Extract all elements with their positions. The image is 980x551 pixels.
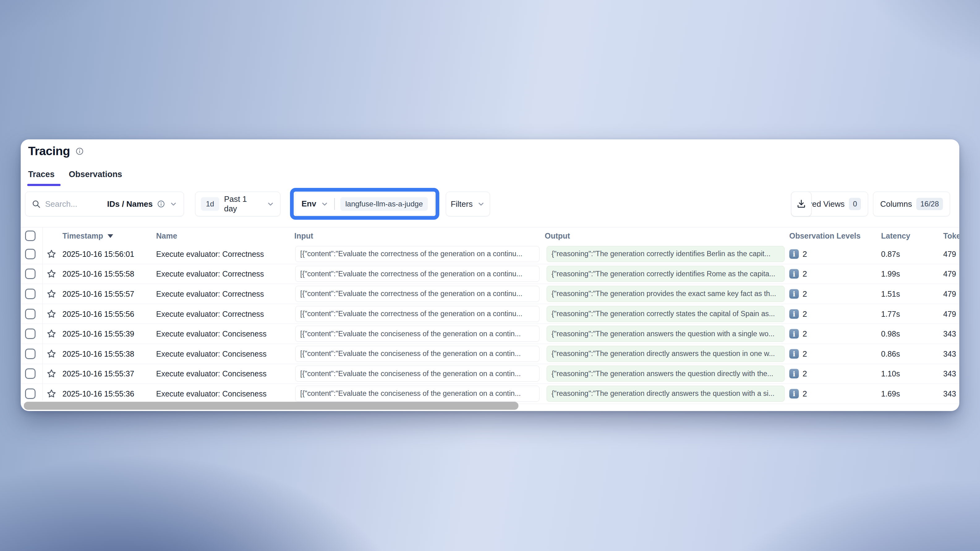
header-latency: Latency bbox=[881, 231, 910, 240]
chevron-down-icon bbox=[169, 200, 177, 208]
row-observation-levels: i 2 bbox=[789, 349, 807, 359]
sort-desc-icon bbox=[108, 234, 113, 238]
row-checkbox[interactable] bbox=[25, 368, 35, 379]
search-scope-label[interactable]: IDs / Names bbox=[107, 199, 153, 209]
row-observation-levels: i 2 bbox=[789, 369, 807, 379]
info-icon[interactable] bbox=[75, 147, 84, 156]
row-output-cell: {"reasoning":"The generation directly an… bbox=[547, 386, 784, 402]
row-input-cell: [{"content":"Evaluate the correctness of… bbox=[295, 286, 539, 302]
search-input[interactable]: Search... IDs / Names bbox=[25, 192, 184, 216]
row-timestamp: 2025-10-16 15:55:58 bbox=[62, 270, 134, 278]
row-input-cell: [{"content":"Evaluate the conciseness of… bbox=[295, 365, 539, 382]
env-filter-highlight: Env langfuse-llm-as-a-judge bbox=[290, 188, 439, 220]
table-row[interactable]: 2025-10-16 15:56:01 Execute evaluator: C… bbox=[21, 244, 959, 264]
row-input-cell: [{"content":"Evaluate the correctness of… bbox=[295, 246, 539, 262]
row-latency: 1.99s bbox=[881, 270, 900, 278]
page-title: Tracing bbox=[28, 144, 70, 158]
info-square-icon: i bbox=[789, 289, 799, 299]
star-icon[interactable] bbox=[46, 389, 57, 399]
row-observation-levels: i 2 bbox=[789, 329, 807, 339]
row-name: Execute evaluator: Correctness bbox=[156, 289, 264, 298]
info-square-icon: i bbox=[789, 369, 799, 379]
row-output-cell: {"reasoning":"The generation correctly i… bbox=[547, 246, 784, 262]
row-name: Execute evaluator: Correctness bbox=[156, 270, 264, 278]
chevron-down-icon bbox=[321, 200, 329, 208]
row-timestamp: 2025-10-16 15:56:01 bbox=[62, 249, 134, 258]
saved-views-count: 0 bbox=[849, 198, 861, 210]
star-icon[interactable] bbox=[46, 269, 57, 279]
row-input-cell: [{"content":"Evaluate the conciseness of… bbox=[295, 346, 539, 362]
horizontal-scrollbar-thumb[interactable] bbox=[24, 402, 519, 410]
row-checkbox[interactable] bbox=[25, 389, 35, 399]
star-icon[interactable] bbox=[46, 349, 57, 359]
env-filter-button[interactable]: Env langfuse-llm-as-a-judge bbox=[294, 192, 435, 216]
star-icon[interactable] bbox=[46, 329, 57, 339]
star-icon[interactable] bbox=[46, 309, 57, 319]
columns-label: Columns bbox=[880, 199, 912, 209]
header-output: Output bbox=[545, 231, 570, 240]
info-square-icon: i bbox=[789, 249, 799, 259]
active-tab-indicator bbox=[27, 184, 60, 186]
table-row[interactable]: 2025-10-16 15:55:56 Execute evaluator: C… bbox=[21, 304, 959, 324]
header-observation-levels: Observation Levels bbox=[789, 231, 861, 240]
time-range-label: Past 1 day bbox=[224, 194, 261, 214]
table-row[interactable]: 2025-10-16 15:55:57 Execute evaluator: C… bbox=[21, 284, 959, 304]
table-row[interactable]: 2025-10-16 15:55:39 Execute evaluator: C… bbox=[21, 324, 959, 344]
row-tokens: 479 → bbox=[943, 270, 959, 278]
row-checkbox[interactable] bbox=[25, 309, 35, 319]
search-placeholder: Search... bbox=[45, 199, 103, 209]
chevron-down-icon bbox=[266, 200, 275, 208]
download-icon bbox=[796, 199, 807, 209]
row-tokens: 343 → bbox=[943, 389, 959, 398]
row-name: Execute evaluator: Correctness bbox=[156, 249, 264, 258]
tab-observations[interactable]: Observations bbox=[69, 170, 123, 186]
row-checkbox[interactable] bbox=[25, 268, 35, 279]
row-observation-levels: i 2 bbox=[789, 309, 807, 319]
env-value-badge: langfuse-llm-as-a-judge bbox=[340, 197, 428, 211]
filters-label: Filters bbox=[451, 199, 473, 209]
row-name: Execute evaluator: Conciseness bbox=[156, 369, 266, 378]
row-output-cell: {"reasoning":"The generation correctly s… bbox=[547, 306, 784, 322]
columns-button[interactable]: Columns 16/28 bbox=[873, 192, 950, 216]
row-checkbox[interactable] bbox=[25, 289, 35, 299]
row-input-cell: [{"content":"Evaluate the conciseness of… bbox=[295, 386, 539, 402]
row-tokens: 479 → bbox=[943, 309, 959, 318]
filters-button[interactable]: Filters bbox=[446, 192, 490, 216]
search-icon bbox=[32, 199, 41, 209]
row-observation-levels: i 2 bbox=[789, 289, 807, 299]
header-timestamp[interactable]: Timestamp bbox=[62, 231, 113, 240]
row-name: Execute evaluator: Correctness bbox=[156, 309, 264, 318]
star-icon[interactable] bbox=[46, 369, 57, 379]
row-checkbox[interactable] bbox=[25, 329, 35, 339]
row-timestamp: 2025-10-16 15:55:57 bbox=[62, 289, 134, 298]
row-checkbox[interactable] bbox=[25, 349, 35, 359]
row-latency: 1.51s bbox=[881, 289, 900, 298]
row-observation-levels: i 2 bbox=[789, 249, 807, 259]
chevron-down-icon bbox=[477, 200, 485, 208]
scope-info-icon[interactable] bbox=[157, 200, 165, 208]
row-tokens: 479 → bbox=[943, 289, 959, 298]
row-latency: 0.87s bbox=[881, 249, 900, 258]
table-body: 2025-10-16 15:56:01 Execute evaluator: C… bbox=[21, 244, 959, 404]
header-input: Input bbox=[294, 231, 313, 240]
time-range-button[interactable]: 1d Past 1 day bbox=[195, 192, 280, 216]
row-latency: 0.98s bbox=[881, 329, 900, 338]
row-observation-levels: i 2 bbox=[789, 389, 807, 399]
export-button[interactable] bbox=[791, 192, 811, 216]
star-icon[interactable] bbox=[46, 249, 57, 259]
table-row[interactable]: 2025-10-16 15:55:38 Execute evaluator: C… bbox=[21, 344, 959, 364]
select-all-checkbox[interactable] bbox=[25, 230, 35, 241]
table-row[interactable]: 2025-10-16 15:55:36 Execute evaluator: C… bbox=[21, 384, 959, 404]
time-range-badge: 1d bbox=[201, 197, 219, 211]
columns-count: 16/28 bbox=[916, 198, 943, 210]
row-tokens: 343 → bbox=[943, 329, 959, 338]
star-icon[interactable] bbox=[46, 289, 57, 299]
row-checkbox[interactable] bbox=[25, 249, 35, 259]
info-square-icon: i bbox=[789, 329, 799, 339]
row-name: Execute evaluator: Conciseness bbox=[156, 349, 266, 358]
table-row[interactable]: 2025-10-16 15:55:37 Execute evaluator: C… bbox=[21, 364, 959, 384]
tab-traces[interactable]: Traces bbox=[28, 170, 55, 186]
row-output-cell: {"reasoning":"The generation directly an… bbox=[547, 346, 784, 362]
row-latency: 1.10s bbox=[881, 369, 900, 378]
table-row[interactable]: 2025-10-16 15:55:58 Execute evaluator: C… bbox=[21, 264, 959, 284]
